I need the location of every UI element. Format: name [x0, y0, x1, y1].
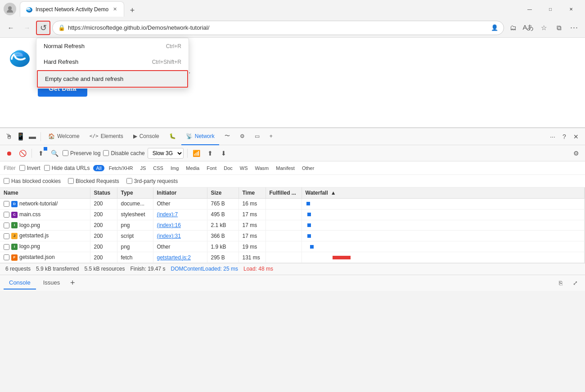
filter-js[interactable]: JS [137, 165, 148, 171]
table-row[interactable]: Jgetstarted.js200script(index):31366 B17… [0, 231, 585, 241]
upload-button[interactable]: ⬆ [205, 148, 216, 159]
filter-other[interactable]: Other [299, 165, 317, 171]
undock-button[interactable]: ⎘ [554, 276, 567, 289]
preserve-log-checkbox[interactable] [63, 150, 68, 156]
tab-layers[interactable]: ▭ [250, 128, 264, 145]
table-row[interactable]: Cmain.css200stylesheet(index):7495 B17 m… [0, 209, 585, 220]
minimize-button[interactable]: — [519, 2, 540, 16]
blocked-requests-label[interactable]: Blocked Requests [68, 178, 119, 184]
hide-data-urls-label[interactable]: Hide data URLs [44, 165, 90, 171]
hide-data-urls-checkbox[interactable] [44, 165, 50, 171]
record-button[interactable]: ⏺ [4, 148, 14, 159]
more-button[interactable]: ··· [567, 21, 581, 35]
table-row[interactable]: Dnetwork-tutorial/200docume...Other765 B… [0, 199, 585, 209]
table-row[interactable]: Fgetstarted.json200fetchgetstarted.js:22… [0, 252, 585, 263]
initiator-link[interactable]: (index):31 [157, 233, 181, 239]
tab-welcome[interactable]: 🏠 Welcome [44, 128, 84, 145]
col-waterfall-header[interactable]: Waterfall ▲ [302, 187, 585, 199]
bottom-add-tab[interactable]: + [67, 277, 78, 288]
favorites-button[interactable]: ☆ [536, 21, 551, 35]
more-tabs-btn[interactable]: ··· [547, 131, 558, 142]
bottom-tab-console[interactable]: Console [4, 276, 36, 290]
invert-checkbox[interactable] [19, 165, 25, 171]
tab-bug[interactable]: 🐛 [165, 128, 180, 145]
col-initiator-header[interactable]: Initiator [153, 187, 207, 199]
filter-fetch-xhr[interactable]: Fetch/XHR [106, 165, 136, 171]
throttle-select[interactable]: Slow 3G [148, 148, 184, 159]
col-time-header[interactable]: Time [238, 187, 266, 199]
search-button[interactable]: 🔍 [49, 148, 60, 159]
tab-settings[interactable]: ⚙ [235, 128, 249, 145]
col-name-header[interactable]: Name [0, 187, 90, 199]
back-button[interactable]: ← [4, 21, 18, 35]
clear-button[interactable]: 🚫 [17, 148, 28, 159]
url-input[interactable] [68, 24, 488, 31]
invert-label[interactable]: Invert [19, 165, 40, 171]
expand-button[interactable]: ⤢ [569, 276, 581, 289]
initiator-link[interactable]: (index):16 [157, 222, 181, 228]
table-row[interactable]: Ilogo.png200png(index):162.1 kB17 ms [0, 220, 585, 231]
col-size-header[interactable]: Size [207, 187, 238, 199]
initiator-link[interactable]: (index):7 [157, 211, 178, 218]
split-screen-button[interactable]: ⧉ [552, 21, 566, 35]
devtools-drawer-btn[interactable]: ▬ [27, 131, 38, 142]
col-type-header[interactable]: Type [117, 187, 153, 199]
filter-all[interactable]: All [93, 165, 104, 171]
devtools-inspect-btn[interactable]: 🖱 [4, 131, 14, 142]
devtools-device-btn[interactable]: 📱 [15, 131, 26, 142]
tab-close-button[interactable]: ✕ [111, 6, 118, 13]
empty-cache-item[interactable]: Empty cache and hard refresh [37, 70, 188, 88]
profile-icon[interactable] [4, 3, 16, 15]
blocked-cookies-label[interactable]: Has blocked cookies [4, 178, 61, 184]
blocked-requests-checkbox[interactable] [68, 178, 74, 184]
filter-wasm[interactable]: Wasm [252, 165, 272, 171]
row-initiator[interactable]: (index):16 [153, 220, 207, 231]
filter-manifest[interactable]: Manifest [273, 165, 297, 171]
filter-doc[interactable]: Doc [221, 165, 235, 171]
help-btn[interactable]: ? [559, 131, 570, 142]
tab-performance[interactable]: 〜 [220, 128, 234, 145]
col-status-header[interactable]: Status [90, 187, 117, 199]
read-aloud-button[interactable]: Aあ [521, 21, 536, 35]
network-table-wrapper[interactable]: Name Status Type Initiator Size Time Ful… [0, 187, 585, 263]
filter-media[interactable]: Media [183, 165, 202, 171]
tab-network[interactable]: 📡 Network [181, 128, 219, 145]
close-button[interactable]: ✕ [561, 2, 581, 16]
blocked-cookies-checkbox[interactable] [4, 178, 9, 184]
third-party-checkbox[interactable] [126, 178, 132, 184]
forward-button[interactable]: → [20, 21, 34, 35]
row-initiator[interactable]: (index):7 [153, 209, 207, 220]
maximize-button[interactable]: □ [540, 2, 561, 16]
hard-refresh-item[interactable]: Hard Refresh Ctrl+Shift+R [36, 54, 189, 70]
row-checkbox[interactable] [4, 223, 9, 228]
tab-add[interactable]: + [265, 128, 277, 145]
bottom-tab-issues[interactable]: Issues [38, 276, 66, 290]
active-tab[interactable]: Inspect Network Activity Demo ✕ [20, 1, 124, 17]
download-button[interactable]: ⬇ [218, 148, 229, 159]
new-tab-button[interactable]: + [126, 4, 139, 17]
row-checkbox[interactable] [4, 244, 9, 250]
normal-refresh-item[interactable]: Normal Refresh Ctrl+R [36, 38, 189, 54]
col-fulfilled-header[interactable]: Fulfilled ... [266, 187, 302, 199]
filter-css[interactable]: CSS [150, 165, 166, 171]
initiator-link[interactable]: getstarted.js:2 [157, 254, 191, 261]
row-checkbox[interactable] [4, 233, 9, 239]
refresh-button[interactable]: ↺ [36, 21, 50, 35]
table-row[interactable]: Ilogo.png200pngOther1.9 kB19 ms [0, 241, 585, 252]
row-initiator[interactable]: (index):31 [153, 231, 207, 241]
row-checkbox[interactable] [4, 212, 9, 218]
wifi-button[interactable]: 📶 [191, 148, 202, 159]
row-initiator[interactable]: getstarted.js:2 [153, 252, 207, 263]
filter-img[interactable]: Img [168, 165, 181, 171]
preserve-log-label[interactable]: Preserve log [63, 150, 100, 156]
collections-button[interactable]: 🗂 [506, 21, 520, 35]
devtools-close-btn[interactable]: ✕ [571, 131, 581, 142]
address-bar[interactable]: 🔒 👤 [52, 21, 504, 35]
disable-cache-label[interactable]: Disable cache [103, 150, 144, 156]
network-settings-btn[interactable]: ⚙ [571, 148, 581, 159]
filter-toggle-button[interactable]: ⬆ [36, 148, 46, 159]
disable-cache-checkbox[interactable] [103, 150, 109, 156]
tab-console[interactable]: ▶ Console [129, 128, 164, 145]
filter-font[interactable]: Font [204, 165, 219, 171]
filter-ws[interactable]: WS [237, 165, 251, 171]
